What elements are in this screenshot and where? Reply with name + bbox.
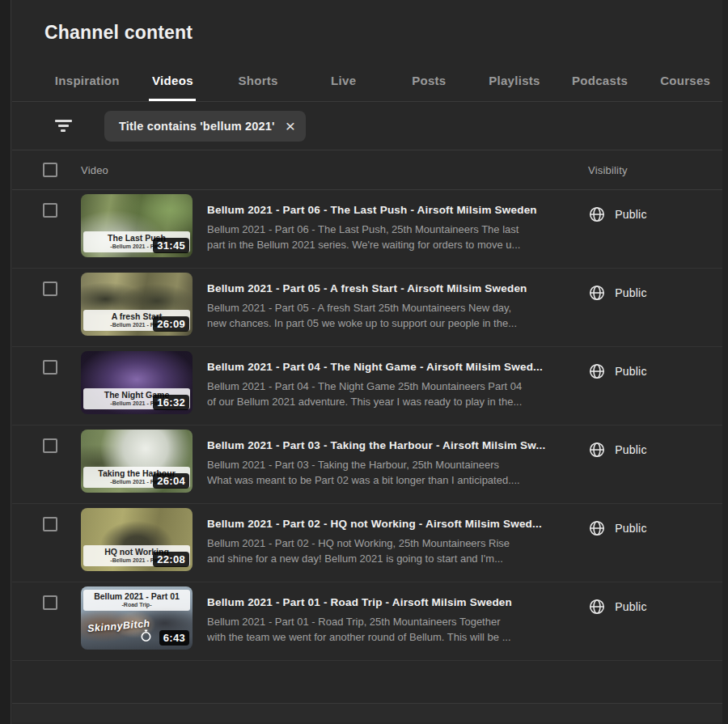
visibility-label: Public (615, 208, 646, 221)
video-row: The Night Game -Bellum 2021 - Part- 16:3… (12, 347, 728, 426)
visibility-selector[interactable]: Public (588, 284, 728, 302)
video-description: Bellum 2021 - Part 05 - A fresh Start 25… (207, 300, 588, 331)
tab-playlists[interactable]: Playlists (472, 74, 557, 101)
video-title[interactable]: Bellum 2021 - Part 03 - Taking the Harbo… (207, 439, 588, 451)
tab-posts[interactable]: Posts (387, 74, 472, 101)
visibility-selector[interactable]: Public (588, 205, 728, 223)
video-description: Bellum 2021 - Part 04 - The Night Game 2… (207, 379, 588, 409)
video-info: Bellum 2021 - Part 01 - Road Trip - Airs… (207, 582, 588, 660)
video-row: A fresh Start -Bellum 2021 - Part- 26:09… (12, 269, 728, 347)
duration-badge: 16:32 (153, 395, 189, 410)
duration-badge: 6:43 (159, 630, 189, 646)
tab-shorts[interactable]: Shorts (215, 74, 301, 101)
active-tab-underline (149, 99, 196, 101)
thumbnail-caption: Bellum 2021 - Part 01 -Road Trip- (83, 590, 190, 611)
video-thumbnail[interactable]: A fresh Start -Bellum 2021 - Part- 26:09 (81, 273, 193, 336)
video-thumbnail[interactable]: HQ not Working -Bellum 2021 - Part- 22:0… (81, 508, 193, 571)
scrollbar-track[interactable] (722, 0, 728, 724)
row-checkbox[interactable] (43, 595, 57, 610)
page-left-edge (0, 0, 11, 724)
video-title[interactable]: Bellum 2021 - Part 02 - HQ not Working -… (207, 518, 588, 530)
video-row: The Last Push -Bellum 2021 - Part- 31:45… (12, 190, 728, 269)
visibility-label: Public (615, 600, 646, 613)
row-checkbox[interactable] (43, 360, 57, 375)
duration-badge: 22:08 (153, 552, 189, 567)
globe-icon (588, 598, 606, 616)
row-checkbox[interactable] (43, 517, 57, 531)
globe-icon (588, 284, 606, 302)
video-info: Bellum 2021 - Part 05 - A fresh Start - … (207, 269, 588, 346)
video-title[interactable]: Bellum 2021 - Part 05 - A fresh Start - … (207, 282, 588, 294)
video-info: Bellum 2021 - Part 03 - Taking the Harbo… (207, 426, 588, 503)
filter-chip[interactable]: Title contains 'bellum 2021' × (104, 111, 306, 142)
visibility-cell: Public (588, 269, 728, 346)
tab-podcasts[interactable]: Podcasts (557, 74, 643, 101)
video-thumbnail[interactable]: Bellum 2021 - Part 01 -Road Trip- Skinny… (81, 586, 193, 650)
video-info: Bellum 2021 - Part 02 - HQ not Working -… (207, 504, 588, 582)
filter-chip-label: Title contains 'bellum 2021' (119, 120, 275, 133)
filter-bar: Title contains 'bellum 2021' × (12, 102, 728, 150)
visibility-selector[interactable]: Public (588, 519, 728, 537)
page-bottom (12, 704, 728, 722)
select-all-checkbox[interactable] (43, 163, 57, 177)
video-thumbnail[interactable]: The Night Game -Bellum 2021 - Part- 16:3… (81, 351, 193, 414)
visibility-cell: Public (588, 504, 728, 582)
table-footer (12, 661, 728, 704)
video-description: Bellum 2021 - Part 01 - Road Trip, 25th … (207, 614, 588, 645)
tab-live[interactable]: Live (301, 74, 387, 101)
video-thumbnail[interactable]: The Last Push -Bellum 2021 - Part- 31:45 (81, 194, 193, 257)
video-row: HQ not Working -Bellum 2021 - Part- 22:0… (12, 504, 728, 582)
video-description: Bellum 2021 - Part 02 - HQ not Working, … (207, 536, 588, 566)
row-checkbox[interactable] (43, 203, 57, 218)
tab-courses[interactable]: Courses (642, 74, 728, 101)
video-title[interactable]: Bellum 2021 - Part 04 - The Night Game -… (207, 361, 588, 373)
visibility-label: Public (615, 286, 646, 299)
duration-badge: 31:45 (153, 238, 189, 253)
video-title[interactable]: Bellum 2021 - Part 06 - The Last Push - … (207, 204, 588, 216)
video-row: Taking the Harbour -Bellum 2021 - Part- … (12, 426, 728, 504)
visibility-cell: Public (588, 582, 728, 660)
video-title[interactable]: Bellum 2021 - Part 01 - Road Trip - Airs… (207, 596, 588, 608)
filter-icon[interactable] (54, 117, 72, 135)
chip-close-icon[interactable]: × (286, 117, 295, 134)
visibility-label: Public (615, 522, 646, 535)
duration-badge: 26:04 (153, 473, 189, 489)
globe-icon (588, 441, 606, 459)
duration-badge: 26:09 (153, 316, 189, 332)
globe-icon (588, 362, 606, 380)
video-info: Bellum 2021 - Part 06 - The Last Push - … (207, 190, 588, 268)
tab-videos[interactable]: Videos (130, 74, 216, 101)
video-description: Bellum 2021 - Part 03 - Taking the Harbo… (207, 457, 588, 488)
visibility-selector[interactable]: Public (588, 598, 728, 616)
video-thumbnail[interactable]: Taking the Harbour -Bellum 2021 - Part- … (81, 430, 193, 493)
visibility-selector[interactable]: Public (588, 362, 728, 380)
column-header-video: Video (81, 164, 108, 176)
tab-inspiration[interactable]: Inspiration (44, 74, 130, 101)
page-title: Channel content (44, 20, 728, 44)
visibility-cell: Public (588, 347, 728, 425)
visibility-selector[interactable]: Public (588, 441, 728, 459)
video-description: Bellum 2021 - Part 06 - The Last Push, 2… (207, 222, 588, 252)
content-tabs: Inspiration Videos Shorts Live Posts Pla… (12, 44, 728, 102)
visibility-cell: Public (588, 426, 728, 503)
visibility-label: Public (615, 365, 646, 378)
visibility-label: Public (615, 443, 646, 456)
globe-icon (588, 519, 606, 537)
page-header: Channel content (12, 0, 728, 44)
row-checkbox[interactable] (43, 438, 57, 453)
table-header: Video Visibility (12, 150, 728, 190)
row-checkbox[interactable] (43, 282, 57, 296)
video-row: Bellum 2021 - Part 01 -Road Trip- Skinny… (12, 582, 728, 661)
visibility-cell: Public (588, 190, 728, 268)
video-info: Bellum 2021 - Part 04 - The Night Game -… (207, 347, 588, 425)
globe-icon (588, 205, 606, 223)
stopwatch-icon (139, 629, 153, 642)
column-header-visibility: Visibility (588, 164, 728, 176)
channel-content-page: Channel content Inspiration Videos Short… (12, 0, 728, 722)
